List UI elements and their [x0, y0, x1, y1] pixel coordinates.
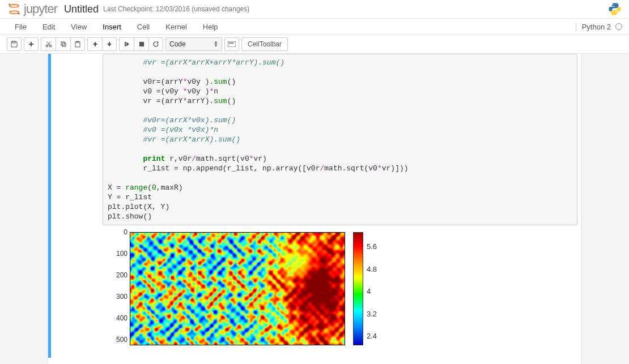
svg-point-5 — [616, 13, 617, 14]
copy-button[interactable] — [56, 37, 70, 51]
svg-rect-14 — [139, 42, 144, 46]
svg-rect-6 — [12, 41, 15, 43]
restart-button[interactable] — [148, 37, 163, 51]
save-button[interactable] — [7, 37, 22, 51]
header: jupyter Untitled Last Checkpoint: 12/03/… — [0, 0, 629, 18]
menu-cell[interactable]: Cell — [129, 23, 158, 31]
y-axis: 0 100 200 300 400 500 — [103, 230, 130, 343]
svg-point-1 — [10, 11, 19, 14]
checkpoint-text: Last Checkpoint: 12/03/2016 (unsaved cha… — [103, 5, 249, 13]
move-group — [87, 37, 117, 51]
run-group — [119, 37, 163, 51]
kernel-status-icon — [615, 23, 622, 30]
notebook-container: #vr =(arrX*arrX+arrY*arrY).sum() v0r=(ar… — [48, 54, 581, 364]
code-cell[interactable]: #vr =(arrX*arrX+arrY*arrY).sum() v0r=(ar… — [48, 54, 581, 358]
cell-type-select[interactable]: Code ▲▼ — [165, 37, 222, 51]
command-palette-button[interactable] — [224, 37, 239, 51]
logo-text: jupyter — [24, 2, 57, 16]
stop-button[interactable] — [134, 37, 148, 51]
code-input[interactable]: #vr =(arrX*arrX+arrY*arrY).sum() v0r=(ar… — [103, 54, 577, 225]
menu-view[interactable]: View — [63, 23, 95, 31]
heatmap-image — [130, 232, 345, 345]
svg-rect-17 — [231, 42, 232, 44]
notebook-title[interactable]: Untitled — [64, 3, 99, 15]
jupyter-icon — [7, 2, 22, 16]
menubar: File Edit View Insert Cell Kernel Help P… — [0, 18, 629, 35]
python-icon — [607, 2, 622, 16]
toolbar: Code ▲▼ CellToolbar — [0, 35, 629, 54]
menu-edit[interactable]: Edit — [35, 23, 63, 31]
run-button[interactable] — [119, 37, 134, 51]
svg-rect-13 — [125, 42, 126, 46]
cut-button[interactable] — [41, 37, 56, 51]
svg-rect-15 — [228, 41, 236, 47]
svg-point-4 — [613, 4, 614, 5]
colorbar — [353, 232, 363, 345]
svg-rect-9 — [61, 42, 65, 45]
paste-button[interactable] — [70, 37, 85, 51]
move-down-button[interactable] — [102, 37, 117, 51]
svg-rect-16 — [229, 42, 230, 44]
menu-help[interactable]: Help — [195, 23, 226, 31]
jupyter-logo[interactable]: jupyter — [7, 2, 57, 16]
svg-point-0 — [10, 5, 19, 7]
svg-point-3 — [18, 13, 20, 15]
cell-toolbar-button[interactable]: CellToolbar — [241, 37, 288, 51]
menu-insert[interactable]: Insert — [95, 23, 129, 31]
svg-point-2 — [8, 3, 10, 5]
select-arrows-icon: ▲▼ — [214, 41, 218, 48]
menu-file[interactable]: File — [7, 23, 35, 31]
cut-copy-paste-group — [41, 37, 85, 51]
cell-type-value: Code — [169, 40, 186, 48]
menu-kernel[interactable]: Kernel — [158, 23, 195, 31]
kernel-indicator[interactable]: Python 2 — [576, 23, 622, 31]
cell-output: 0 100 200 300 400 500 5.6 4.8 4 — [103, 230, 577, 354]
add-cell-button[interactable] — [24, 37, 39, 51]
move-up-button[interactable] — [87, 37, 102, 51]
svg-rect-18 — [232, 42, 233, 44]
notebook-area: #vr =(arrX*arrX+arrY*arrY).sum() v0r=(ar… — [0, 54, 629, 364]
svg-rect-10 — [62, 43, 66, 46]
heatmap-plot: 0 100 200 300 400 500 5.6 4.8 4 — [103, 230, 397, 354]
kernel-name: Python 2 — [582, 23, 611, 31]
